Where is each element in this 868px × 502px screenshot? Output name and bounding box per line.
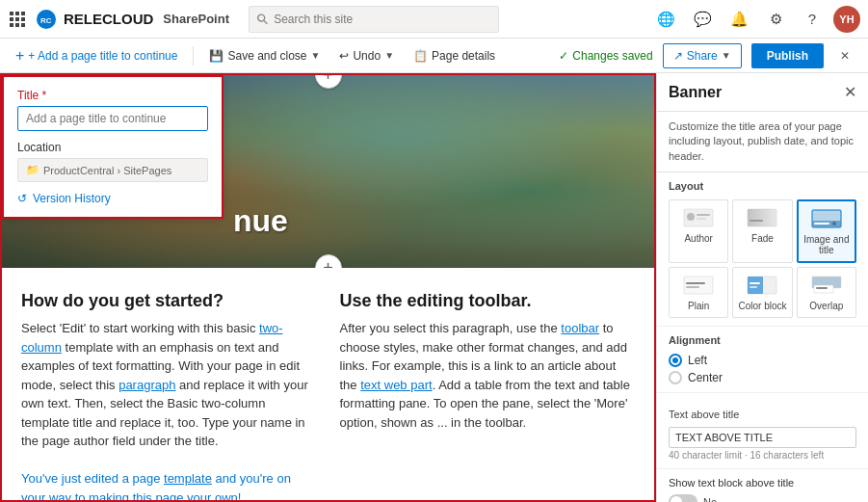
app-logo: RC RELECLOUD SharePoint bbox=[35, 8, 229, 31]
folder-icon: 📁 bbox=[26, 164, 39, 176]
panel-close-btn[interactable]: ✕ bbox=[844, 83, 856, 101]
align-left-option[interactable]: Left bbox=[669, 354, 856, 367]
add-plus-icon: + bbox=[15, 47, 24, 65]
col2-text: After you select this paragraph, use the… bbox=[340, 319, 636, 432]
align-center-option[interactable]: Center bbox=[669, 371, 856, 384]
layout-plain-icon bbox=[681, 274, 716, 297]
add-page-title-button[interactable]: + + Add a page title to continue bbox=[8, 43, 185, 68]
svg-line-12 bbox=[264, 20, 267, 23]
svg-rect-28 bbox=[748, 277, 763, 294]
top-bar: RC RELECLOUD SharePoint 🌐 💬 🔔 ⚙ ? YH bbox=[0, 0, 868, 39]
svg-rect-30 bbox=[750, 286, 757, 288]
globe-icon-btn[interactable]: 🌐 bbox=[650, 4, 681, 35]
layout-label: Layout bbox=[669, 180, 856, 192]
layout-color-block[interactable]: Color block bbox=[732, 267, 792, 318]
align-left-label: Left bbox=[688, 354, 707, 367]
layout-fade-icon bbox=[745, 206, 779, 229]
app-grid-icon[interactable] bbox=[8, 10, 27, 29]
layout-image-title-icon bbox=[809, 207, 844, 230]
version-icon: ↺ bbox=[17, 192, 27, 205]
search-bar[interactable] bbox=[249, 6, 499, 33]
page-details-button[interactable]: 📋 Page details bbox=[406, 45, 503, 66]
svg-point-23 bbox=[832, 222, 836, 225]
layout-plain-label: Plain bbox=[688, 301, 709, 311]
avatar[interactable]: YH bbox=[833, 6, 860, 33]
layout-color-block-label: Color block bbox=[738, 301, 786, 311]
toolbar: + + Add a page title to continue 💾 Save … bbox=[0, 39, 868, 73]
toolbar-link[interactable]: toolbar bbox=[561, 321, 599, 335]
svg-rect-16 bbox=[697, 218, 706, 220]
app-subtitle: SharePoint bbox=[163, 12, 229, 26]
chat-icon-btn[interactable]: 💬 bbox=[687, 4, 718, 35]
svg-point-14 bbox=[687, 213, 695, 221]
svg-rect-33 bbox=[816, 287, 828, 289]
show-text-block-toggle[interactable] bbox=[669, 494, 697, 502]
title-label: Title * bbox=[17, 89, 208, 102]
col1-text: Select 'Edit' to start working with this… bbox=[21, 319, 317, 502]
alignment-section: Alignment Left Center bbox=[657, 327, 868, 393]
col1: How do you get started? Select 'Edit' to… bbox=[21, 291, 317, 502]
panel-title: Banner bbox=[669, 84, 722, 101]
hero-text: nue bbox=[233, 203, 288, 239]
layout-image-title[interactable]: Image and title bbox=[797, 199, 856, 263]
share-button[interactable]: ↗ Share ▼ bbox=[663, 43, 742, 68]
text-above-title-section: Text above title 40 character limit · 16… bbox=[657, 393, 868, 469]
layout-fade[interactable]: Fade bbox=[732, 199, 792, 263]
layout-color-block-icon bbox=[745, 274, 779, 297]
text-web-part-link[interactable]: text web part bbox=[360, 378, 432, 392]
show-text-block-section: Show text block above title No bbox=[657, 469, 868, 502]
collapse-icon-btn[interactable]: ✕ bbox=[829, 40, 860, 71]
title-popup: Title * Location 📁 ProductCentral › Site… bbox=[2, 75, 224, 219]
publish-button[interactable]: Publish bbox=[751, 43, 824, 68]
required-marker: * bbox=[42, 89, 47, 102]
layout-plain[interactable]: Plain bbox=[669, 267, 728, 318]
show-text-block-value: No bbox=[703, 496, 717, 502]
svg-rect-6 bbox=[10, 23, 13, 27]
toolbar-separator-1 bbox=[193, 46, 194, 66]
layout-overlap[interactable]: Overlap bbox=[797, 267, 856, 318]
save-icon: 💾 bbox=[209, 49, 224, 63]
paragraph-link[interactable]: paragraph bbox=[118, 378, 175, 392]
svg-rect-4 bbox=[15, 17, 19, 21]
col2: Use the editing toolbar. After you selec… bbox=[340, 291, 636, 502]
svg-text:RC: RC bbox=[40, 16, 52, 25]
svg-rect-3 bbox=[10, 17, 13, 21]
save-close-button[interactable]: 💾 Save and close ▼ bbox=[201, 45, 328, 66]
app-name: RELECLOUD bbox=[64, 11, 153, 27]
layout-author[interactable]: Author bbox=[669, 199, 728, 263]
two-column-link[interactable]: two-column bbox=[21, 321, 283, 355]
version-history-link[interactable]: ↺ Version History bbox=[17, 192, 208, 205]
search-input[interactable] bbox=[274, 13, 490, 26]
svg-rect-0 bbox=[10, 12, 13, 15]
relecloud-logo-icon: RC bbox=[35, 8, 58, 31]
help-icon-btn[interactable]: ? bbox=[797, 4, 828, 35]
svg-rect-2 bbox=[21, 12, 25, 15]
svg-rect-22 bbox=[814, 223, 829, 225]
undo-dropdown-arrow: ▼ bbox=[384, 50, 394, 61]
template-link[interactable]: template bbox=[164, 471, 212, 486]
svg-rect-1 bbox=[15, 12, 19, 15]
svg-rect-8 bbox=[21, 23, 25, 27]
show-text-block-row: Show text block above title bbox=[669, 477, 856, 489]
col2-heading: Use the editing toolbar. bbox=[340, 291, 636, 311]
svg-rect-24 bbox=[684, 277, 713, 294]
toolbar-right: ✓ Changes saved ↗ Share ▼ Publish ✕ bbox=[559, 40, 860, 71]
svg-rect-25 bbox=[686, 282, 705, 284]
layout-overlap-icon bbox=[809, 274, 844, 297]
svg-rect-15 bbox=[697, 214, 710, 216]
text-above-title-input[interactable] bbox=[669, 427, 856, 448]
title-input[interactable] bbox=[17, 106, 208, 131]
show-text-block-toggle-container: No bbox=[669, 494, 856, 502]
align-left-radio[interactable] bbox=[669, 354, 682, 367]
svg-point-11 bbox=[258, 14, 265, 21]
making-link[interactable]: making bbox=[89, 490, 129, 503]
save-dropdown-arrow: ▼ bbox=[311, 50, 321, 61]
svg-rect-19 bbox=[750, 220, 763, 222]
banner-panel: Banner ✕ Customize the title area of you… bbox=[656, 73, 868, 502]
settings-icon-btn[interactable]: ⚙ bbox=[760, 4, 791, 35]
undo-button[interactable]: ↩ Undo ▼ bbox=[331, 45, 402, 66]
layout-fade-label: Fade bbox=[751, 233, 774, 244]
char-count: 40 character limit · 16 characters left bbox=[669, 450, 856, 461]
align-center-radio[interactable] bbox=[669, 371, 682, 384]
notification-icon-btn[interactable]: 🔔 bbox=[723, 4, 754, 35]
